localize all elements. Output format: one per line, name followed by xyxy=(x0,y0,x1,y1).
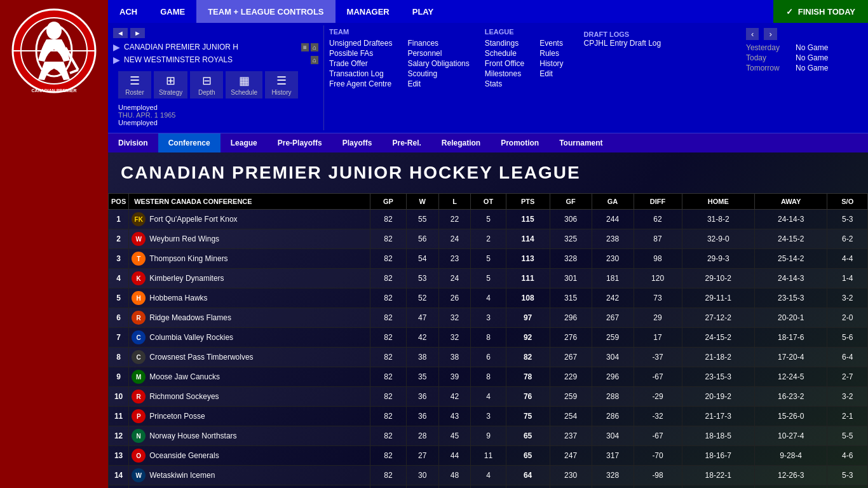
schedule-link[interactable]: Schedule xyxy=(485,48,524,58)
table-row[interactable]: 6 R Ridge Meadows Flames 82 47 32 3 97 2… xyxy=(109,308,868,328)
date-prev-btn[interactable]: ‹ xyxy=(746,28,759,40)
scouting-link[interactable]: Scouting xyxy=(407,69,469,79)
table-row[interactable]: 8 C Crowsnest Pass Timberwolves 82 38 38… xyxy=(109,348,868,367)
w-cell: 47 xyxy=(406,308,438,328)
team-logo: M xyxy=(132,370,146,384)
w-cell: 26 xyxy=(406,485,438,489)
table-row[interactable]: 15 E Estevan Bruins 82 26 53 3 55 230 31… xyxy=(109,485,868,489)
tab-pre-rel[interactable]: Pre-Rel. xyxy=(382,133,431,152)
league-item-1[interactable]: ▶ CANADIAN PREMIER JUNIOR H ≡ ⌂ xyxy=(113,41,318,53)
salary-obligations-link[interactable]: Salary Obligations xyxy=(407,58,469,69)
play-nav[interactable]: PLAY xyxy=(401,0,445,23)
strategy-label: Strategy xyxy=(159,89,182,96)
possible-fas-link[interactable]: Possible FAs xyxy=(329,48,392,58)
ga-cell: 259 xyxy=(592,328,634,348)
table-row[interactable]: 13 O Oceanside Generals 82 27 44 11 65 2… xyxy=(109,446,868,466)
gp-cell: 82 xyxy=(370,328,407,348)
table-row[interactable]: 2 W Weyburn Red Wings 82 56 24 2 114 325… xyxy=(109,229,868,249)
table-row[interactable]: 3 T Thompson King Miners 82 54 23 5 113 … xyxy=(109,249,868,269)
finance-edit-link[interactable]: Edit xyxy=(407,79,469,89)
personnel-link[interactable]: Personnel xyxy=(407,48,469,58)
unsigned-draftees-link[interactable]: Unsigned Draftees xyxy=(329,38,392,48)
ga-cell: 238 xyxy=(592,229,634,249)
home-cell: 27-12-2 xyxy=(682,308,754,328)
table-row[interactable]: 10 R Richmond Sockeyes 82 36 42 4 76 259… xyxy=(109,387,868,407)
league-menu-title: LEAGUE xyxy=(485,28,524,36)
trade-offer-link[interactable]: Trade Offer xyxy=(329,58,392,69)
league-home-icon-2: ⌂ xyxy=(311,55,318,64)
pts-cell: 111 xyxy=(506,269,550,288)
table-row[interactable]: 9 M Moose Jaw Canucks 82 35 39 8 78 229 … xyxy=(109,367,868,387)
standings-table: POS WESTERN CANADA CONFERENCE GP W L OT … xyxy=(108,193,868,488)
gf-cell: 254 xyxy=(550,407,592,426)
ot-cell: 5 xyxy=(471,269,506,288)
diff-cell: 62 xyxy=(634,210,682,229)
milestones-link[interactable]: Milestones xyxy=(485,69,524,79)
date-next-btn[interactable]: › xyxy=(764,28,776,40)
team-name-text: Norway House Northstars xyxy=(149,431,236,440)
depth-icon: ⊟ xyxy=(202,74,212,88)
tab-pre-playoffs[interactable]: Pre-Playoffs xyxy=(268,133,332,152)
away-cell: 15-26-0 xyxy=(754,407,827,426)
transaction-log-link[interactable]: Transaction Log xyxy=(329,69,392,79)
team-league-nav[interactable]: TEAM + LEAGUE CONTROLS xyxy=(196,0,335,23)
team-name-cell: M Moose Jaw Canucks xyxy=(129,367,370,387)
front-office-link[interactable]: Front Office xyxy=(485,58,524,69)
draft-log-link[interactable]: CPJHL Entry Draft Log xyxy=(584,38,661,48)
draft-logs-title: DRAFT LOGS xyxy=(584,30,661,38)
user-date: THU. APR. 1 1965 xyxy=(118,111,313,119)
ga-cell: 296 xyxy=(592,367,634,387)
history-btn[interactable]: ☰ History xyxy=(265,71,298,98)
nav-next-btn[interactable]: ► xyxy=(130,28,145,38)
events-link[interactable]: Events xyxy=(539,38,563,48)
table-row[interactable]: 5 H Hobbema Hawks 82 52 26 4 108 315 242… xyxy=(109,288,868,308)
stats-link[interactable]: Stats xyxy=(485,79,524,89)
table-row[interactable]: 4 K Kimberley Dynamiters 82 53 24 5 111 … xyxy=(109,269,868,288)
schedule-btn[interactable]: ▦ Schedule xyxy=(226,71,262,98)
game-nav[interactable]: GAME xyxy=(149,0,196,23)
ot-cell: 8 xyxy=(471,367,506,387)
away-cell: 25-14-2 xyxy=(754,249,827,269)
l-cell: 23 xyxy=(438,249,471,269)
pos-cell: 8 xyxy=(109,348,129,367)
pts-cell: 82 xyxy=(506,348,550,367)
tab-promotion[interactable]: Promotion xyxy=(491,133,549,152)
so-cell: 4-6 xyxy=(827,446,868,466)
free-agent-centre-link[interactable]: Free Agent Centre xyxy=(329,79,392,89)
table-row[interactable]: 1 FK Fort Qu'Appelle Fort Knox 82 55 22 … xyxy=(109,210,868,229)
tab-conference[interactable]: Conference xyxy=(158,133,220,152)
depth-btn[interactable]: ⊟ Depth xyxy=(190,71,223,98)
nav-prev-btn[interactable]: ◄ xyxy=(113,28,128,38)
home-cell: 21-18-2 xyxy=(682,348,754,367)
history-link[interactable]: History xyxy=(539,58,563,69)
gp-cell: 82 xyxy=(370,426,407,446)
tab-division[interactable]: Division xyxy=(108,133,158,152)
team-name-cell: W Weyburn Red Wings xyxy=(129,229,370,249)
table-row[interactable]: 14 W Wetaskiwin Icemen 82 30 48 4 64 230… xyxy=(109,466,868,485)
ach-nav[interactable]: ACH xyxy=(108,0,149,23)
roster-btn[interactable]: ☰ Roster xyxy=(118,71,151,98)
rules-link[interactable]: Rules xyxy=(539,48,563,58)
schedule-icon: ▦ xyxy=(239,74,250,88)
finances-link[interactable]: Finances xyxy=(407,38,469,48)
league-icon-1: ▶ xyxy=(113,42,120,52)
table-row[interactable]: 11 P Princeton Posse 82 36 43 3 75 254 2… xyxy=(109,407,868,426)
l-cell: 24 xyxy=(438,229,471,249)
league-item-2[interactable]: ▶ NEW WESTMINSTER ROYALS ⌂ xyxy=(113,53,318,66)
table-row[interactable]: 7 C Columbia Valley Rockies 82 42 32 8 9… xyxy=(109,328,868,348)
w-cell: 56 xyxy=(406,229,438,249)
tab-relegation[interactable]: Relegation xyxy=(431,133,491,152)
table-row[interactable]: 12 N Norway House Northstars 82 28 45 9 … xyxy=(109,426,868,446)
league-edit-link[interactable]: Edit xyxy=(539,69,563,79)
finish-today-button[interactable]: ✓ FINISH TODAY xyxy=(773,0,868,23)
pts-cell: 78 xyxy=(506,367,550,387)
strategy-btn[interactable]: ⊞ Strategy xyxy=(154,71,187,98)
tab-playoffs[interactable]: Playoffs xyxy=(332,133,383,152)
standings-link[interactable]: Standings xyxy=(485,38,524,48)
tab-tournament[interactable]: Tournament xyxy=(549,133,613,152)
manager-nav[interactable]: MANAGER xyxy=(336,0,401,23)
team-name-cell: T Thompson King Miners xyxy=(129,249,370,269)
home-cell: 32-9-0 xyxy=(682,229,754,249)
league-name-2: NEW WESTMINSTER ROYALS xyxy=(124,55,233,64)
tab-league[interactable]: League xyxy=(220,133,268,152)
